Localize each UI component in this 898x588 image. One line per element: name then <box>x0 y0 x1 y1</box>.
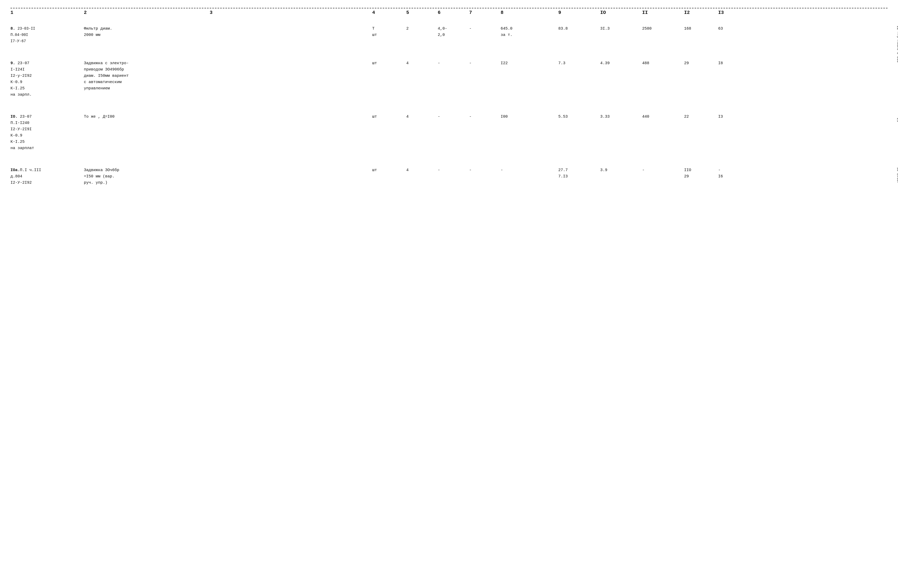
header-col-9: 9 <box>558 10 600 15</box>
row9-col4: шт <box>372 60 406 66</box>
row10a-col9: 27.7 7.I3 <box>558 167 600 180</box>
row10a-col4: шт <box>372 167 406 173</box>
row9-col9: 7.3 <box>558 60 600 66</box>
row8-col13: 63 <box>718 26 750 32</box>
row10a-col5: 4 <box>406 167 438 173</box>
header-col-7: 7 <box>469 10 501 15</box>
row9-col7: - <box>469 60 501 66</box>
row10-col7: - <box>469 114 501 120</box>
row10-col5: 4 <box>406 114 438 120</box>
row9-col1: 9. 23-07 I-I24I I2-у-2I92 К-0.9 К-I.25 н… <box>11 60 84 98</box>
row8-col12: 168 <box>684 26 718 32</box>
row9-col13: I8 <box>718 60 750 66</box>
row8-col7: - <box>469 26 501 32</box>
header-col-6: 6 <box>438 10 469 15</box>
row8-col4: Т шт <box>372 26 406 38</box>
row10a-col6: - <box>438 167 469 173</box>
row10a-col1: IOа.П.I ч.III д.804 I2-У-2I92 <box>11 167 84 186</box>
row10-col13: I3 <box>718 114 750 120</box>
header-row: 1 2 3 4 5 6 7 8 9 IO II I2 I3 <box>11 8 887 15</box>
row9-col5: 4 <box>406 60 438 66</box>
header-col-3: 3 <box>210 10 372 15</box>
row8-col1: 8. 23-03-II П.04-00I I7-У-67 <box>11 26 84 45</box>
data-row-8: 8. 23-03-II П.04-00I I7-У-67 Фильтр диам… <box>11 26 887 45</box>
row9-col10: 4.39 <box>600 60 642 66</box>
row9-col6: - <box>438 60 469 66</box>
header-col-5: 5 <box>406 10 438 15</box>
header-col-1: 1 <box>11 10 84 15</box>
row8-col2: Фильтр диам. 2000 мм <box>84 26 210 38</box>
row9-col2: Задвижка с электро- приводом ЗО4906бр ди… <box>84 60 210 92</box>
row10-col10: 3.33 <box>600 114 642 120</box>
header-col-12: I2 <box>684 10 718 15</box>
row10a-side-text: /3847-05 <box>897 167 898 183</box>
row10-col9: 5.53 <box>558 114 600 120</box>
row8-col11: 2580 <box>642 26 684 32</box>
header-col-11: II <box>642 10 684 15</box>
row10a-col7: - <box>469 167 501 173</box>
data-row-10: IO. 23-07 П.I-I240 I2-У-2I9I К-0.9 К-I.2… <box>11 114 887 152</box>
row10-col2: То же , Д=I00 <box>84 114 210 120</box>
row8-num: 8. <box>11 26 15 31</box>
row8-col6: 4,0- 2,0 <box>438 26 469 38</box>
header-col-13: I3 <box>718 10 750 15</box>
header-col-10: IO <box>600 10 642 15</box>
row8-side-text: 902-2-249Альбом ТI <box>897 26 898 62</box>
row9-col11: 488 <box>642 60 684 66</box>
row10a-col10: 3.9 <box>600 167 642 173</box>
data-row-10a: IOа.П.I ч.III д.804 I2-У-2I92 Задвижка З… <box>11 167 887 186</box>
header-col-4: 4 <box>372 10 406 15</box>
row10a-col2: Задвижка ЗОч6бр =I50 мм (вар. руч. упр.) <box>84 167 210 186</box>
row10-col1: IO. 23-07 П.I-I240 I2-У-2I9I К-0.9 К-I.2… <box>11 114 84 152</box>
row10-col12: 22 <box>684 114 718 120</box>
row10a-col12: IIO 29 <box>684 167 718 180</box>
header-col-2: 2 <box>84 10 210 15</box>
row10a-col13: - I6 <box>718 167 750 180</box>
row8-col10: 3I.3 <box>600 26 642 32</box>
row10-col4: шт <box>372 114 406 120</box>
row10-side-text: 57 - <box>897 114 898 122</box>
header-col-8: 8 <box>501 10 558 15</box>
page-container: 1 2 3 4 5 6 7 8 9 IO II I2 I3 8. 23-03-I… <box>11 8 887 186</box>
row10a-col11: - <box>642 167 684 173</box>
row9-col12: 29 <box>684 60 718 66</box>
row10-col8: I00 <box>501 114 558 120</box>
data-row-9: 9. 23-07 I-I24I I2-у-2I92 К-0.9 К-I.25 н… <box>11 60 887 98</box>
row8-col5: 2 <box>406 26 438 32</box>
row9-col8: I22 <box>501 60 558 66</box>
row8-col8: 645.0 за т. <box>501 26 558 38</box>
row10-col11: 440 <box>642 114 684 120</box>
row8-col9: 83.8 <box>558 26 600 32</box>
row10a-col8: - <box>501 167 558 173</box>
row10-col6: - <box>438 114 469 120</box>
